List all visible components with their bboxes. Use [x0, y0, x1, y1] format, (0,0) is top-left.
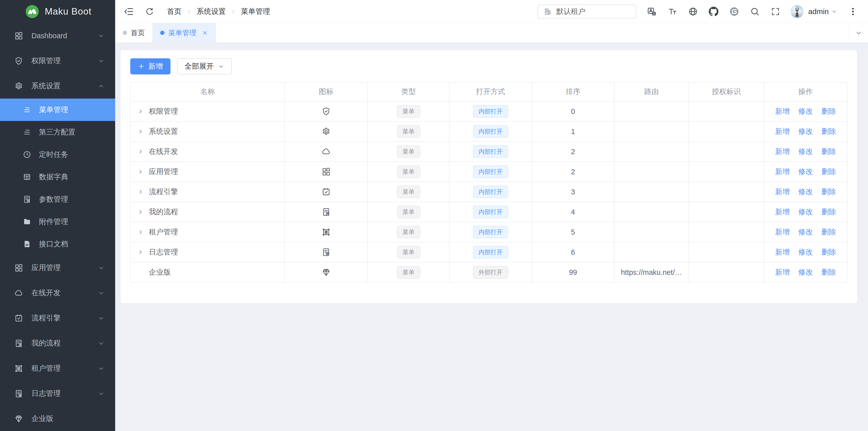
row-action-新增[interactable]: 新增	[775, 207, 790, 217]
fullscreen-icon[interactable]	[770, 6, 780, 17]
refresh-icon[interactable]	[145, 7, 154, 17]
breadcrumb-item[interactable]: 系统设置	[197, 6, 226, 17]
route-value: https://maku.net/…	[615, 268, 688, 277]
row-action-删除[interactable]: 删除	[822, 207, 836, 217]
sidebar-item-系统设置[interactable]: 系统设置	[0, 73, 115, 99]
row-action-修改[interactable]: 修改	[798, 167, 813, 177]
kebab-menu-icon[interactable]	[848, 6, 858, 17]
row-action-新增[interactable]: 新增	[775, 227, 790, 237]
add-button-label: 新增	[148, 61, 163, 71]
row-action-修改[interactable]: 修改	[798, 147, 813, 157]
sidebar-item-企业版[interactable]: 企业版	[0, 406, 115, 431]
table-row: 企业版 菜单 外部打开 99 https://maku.net/… 新增修改删除	[130, 262, 847, 282]
chevron-down-icon	[855, 29, 863, 37]
row-action-删除[interactable]: 删除	[822, 126, 836, 136]
app-title: Maku Boot	[45, 6, 92, 17]
user-menu[interactable]: admin	[790, 5, 837, 18]
github-icon[interactable]	[709, 6, 719, 17]
row-action-删除[interactable]: 删除	[822, 227, 836, 237]
column-header: 路由	[614, 82, 689, 101]
row-action-新增[interactable]: 新增	[775, 126, 790, 136]
tabs-dropdown-button[interactable]	[849, 23, 868, 42]
menu-name: 系统设置	[149, 126, 178, 136]
sidebar-item-label: 权限管理	[31, 56, 98, 66]
sidebar-subitem-第三方配置[interactable]: 第三方配置	[0, 121, 115, 143]
gitee-icon[interactable]	[729, 6, 739, 17]
cloud-icon	[14, 288, 23, 298]
sidebar-item-租户管理[interactable]: 租户管理	[0, 356, 115, 381]
tab-首页[interactable]: 首页	[115, 23, 153, 42]
sidebar-item-流程引擎[interactable]: 流程引擎	[0, 306, 115, 331]
sidebar-item-应用管理[interactable]: 应用管理	[0, 255, 115, 280]
sort-value: 4	[571, 208, 575, 216]
row-action-修改[interactable]: 修改	[798, 207, 813, 217]
row-action-修改[interactable]: 修改	[798, 247, 813, 257]
sort-value: 0	[571, 107, 575, 116]
add-button[interactable]: 新增	[130, 58, 170, 74]
breadcrumb-item[interactable]: 首页	[167, 6, 182, 17]
row-action-删除[interactable]: 删除	[822, 187, 836, 197]
expand-all-button[interactable]: 全部展开	[177, 58, 232, 74]
sidebar-fold-icon[interactable]	[123, 6, 134, 17]
translate-icon[interactable]	[647, 6, 657, 17]
sidebar-subitem-接口文档[interactable]: 接口文档	[0, 233, 115, 255]
expand-row-icon[interactable]	[137, 128, 144, 135]
expand-row-icon[interactable]	[137, 168, 144, 175]
row-action-新增[interactable]: 新增	[775, 247, 790, 257]
tenant-select[interactable]: 默认租户	[537, 4, 636, 19]
search-icon[interactable]	[750, 6, 760, 17]
row-action-新增[interactable]: 新增	[775, 106, 790, 116]
row-action-修改[interactable]: 修改	[798, 106, 813, 116]
expand-row-icon[interactable]	[137, 229, 144, 235]
row-action-删除[interactable]: 删除	[822, 247, 836, 257]
row-action-删除[interactable]: 删除	[822, 167, 836, 177]
sidebar-subitem-参数管理[interactable]: 参数管理	[0, 188, 115, 211]
tab-菜单管理[interactable]: 菜单管理	[153, 23, 216, 42]
type-tag: 菜单	[397, 125, 420, 138]
sidebar-subitem-定时任务[interactable]: 定时任务	[0, 143, 115, 166]
row-action-删除[interactable]: 删除	[822, 267, 836, 277]
sidebar-item-label: 系统设置	[31, 81, 98, 91]
menu-table: 名称图标类型打开方式排序路由授权标识操作 权限管理 菜单 内部打开 0 新增修改…	[130, 82, 847, 283]
row-actions: 新增修改删除	[764, 126, 847, 136]
close-tab-icon[interactable]	[202, 30, 208, 36]
row-action-删除[interactable]: 删除	[822, 106, 836, 116]
sidebar-item-Dashboard[interactable]: Dashboard	[0, 23, 115, 48]
expand-row-icon[interactable]	[137, 209, 144, 215]
table-row: 流程引擎 菜单 内部打开 3 新增修改删除	[130, 182, 847, 202]
expand-row-icon[interactable]	[137, 249, 144, 255]
sidebar-subitem-label: 接口文档	[39, 239, 68, 249]
sidebar-subitem-label: 数据字典	[39, 172, 68, 182]
row-action-新增[interactable]: 新增	[775, 187, 790, 197]
app-logo[interactable]: Maku Boot	[0, 0, 115, 23]
expand-row-icon[interactable]	[137, 148, 144, 155]
breadcrumb-item[interactable]: 菜单管理	[241, 6, 270, 17]
globe-icon[interactable]	[688, 6, 698, 17]
sidebar-subitem-附件管理[interactable]: 附件管理	[0, 211, 115, 233]
row-action-修改[interactable]: 修改	[798, 267, 813, 277]
tab-dot-icon	[123, 31, 127, 35]
row-action-删除[interactable]: 删除	[822, 147, 836, 157]
menu-name: 我的流程	[149, 207, 178, 217]
menu-name: 应用管理	[149, 167, 178, 177]
sidebar-subitem-数据字典[interactable]: 数据字典	[0, 166, 115, 188]
row-action-新增[interactable]: 新增	[775, 167, 790, 177]
row-action-修改[interactable]: 修改	[798, 187, 813, 197]
breadcrumb: 首页系统设置菜单管理	[167, 6, 270, 17]
sort-value: 99	[569, 268, 577, 276]
row-action-修改[interactable]: 修改	[798, 227, 813, 237]
calendar-check-icon	[14, 314, 23, 323]
row-action-修改[interactable]: 修改	[798, 126, 813, 136]
sidebar-item-在线开发[interactable]: 在线开发	[0, 280, 115, 306]
sidebar-subitem-菜单管理[interactable]: 菜单管理	[0, 99, 115, 121]
table-box-icon	[23, 173, 31, 181]
row-actions: 新增修改删除	[764, 207, 847, 217]
row-action-新增[interactable]: 新增	[775, 147, 790, 157]
sidebar-item-我的流程[interactable]: 我的流程	[0, 331, 115, 356]
expand-row-icon[interactable]	[137, 189, 144, 195]
row-action-新增[interactable]: 新增	[775, 267, 790, 277]
expand-row-icon[interactable]	[137, 108, 144, 115]
font-size-icon[interactable]	[668, 6, 677, 17]
sidebar-item-权限管理[interactable]: 权限管理	[0, 48, 115, 73]
sidebar-item-日志管理[interactable]: 日志管理	[0, 381, 115, 406]
